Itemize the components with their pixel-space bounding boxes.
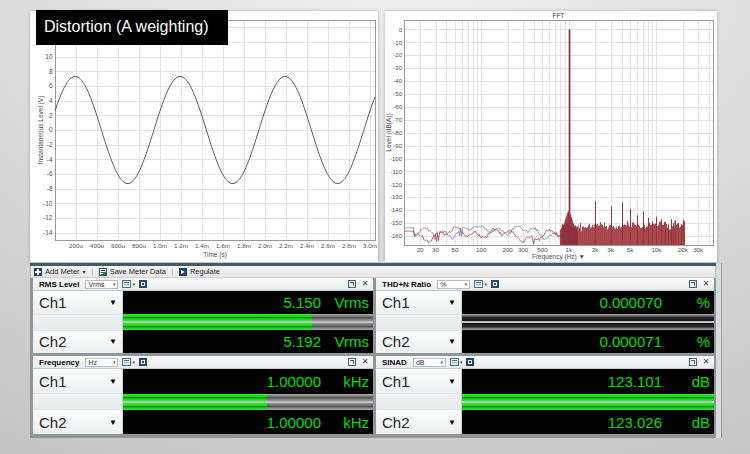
save-meter-data-label: Save Meter Data bbox=[110, 267, 166, 276]
svg-text:-2: -2 bbox=[47, 141, 53, 148]
copy-data-icon[interactable] bbox=[466, 358, 474, 366]
unit-dropdown[interactable]: % ▾ bbox=[437, 280, 470, 289]
svg-text:2.0m: 2.0m bbox=[258, 242, 272, 249]
meter-name: Frequency bbox=[39, 358, 79, 367]
svg-text:-100: -100 bbox=[390, 156, 403, 162]
meter-name: RMS Level bbox=[39, 280, 79, 289]
add-meter-label: Add Meter bbox=[45, 267, 80, 276]
channel-label-cell[interactable]: Ch2 ▼ bbox=[376, 410, 462, 434]
svg-text:Frequency (Hz) ▼: Frequency (Hz) ▼ bbox=[532, 253, 585, 261]
panel-splitter-strip[interactable] bbox=[716, 263, 722, 438]
channel-label-cell[interactable]: Ch2 ▼ bbox=[33, 331, 123, 354]
svg-text:-50: -50 bbox=[393, 91, 402, 97]
svg-text:30k: 30k bbox=[693, 246, 704, 253]
popout-icon[interactable] bbox=[348, 358, 356, 366]
channel-label-cell[interactable]: Ch1 ▼ bbox=[376, 369, 462, 393]
meter-settings-icon[interactable] bbox=[474, 280, 483, 288]
channel-unit: % bbox=[674, 333, 710, 350]
meter-settings-icon[interactable] bbox=[122, 280, 131, 288]
channel-dropdown-icon[interactable]: ▼ bbox=[448, 298, 456, 307]
channel-unit: dB bbox=[674, 373, 710, 390]
svg-text:30: 30 bbox=[432, 246, 439, 253]
chevron-down-icon[interactable]: ▾ bbox=[132, 281, 135, 287]
channel-dropdown-icon[interactable]: ▼ bbox=[448, 418, 456, 427]
close-icon[interactable]: ✕ bbox=[702, 280, 710, 288]
svg-text:FFT: FFT bbox=[553, 12, 565, 19]
meter-header: SINAD dB ▾ ▾ ✕ bbox=[376, 356, 714, 369]
channel-value: 1.00000 bbox=[123, 373, 321, 390]
channel-value: 1.00000 bbox=[123, 414, 321, 431]
close-icon[interactable]: ✕ bbox=[702, 358, 710, 366]
close-icon[interactable]: ✕ bbox=[361, 280, 369, 288]
channel-name: Ch1 bbox=[39, 373, 109, 390]
ch2-bar-track bbox=[123, 323, 373, 330]
svg-text:800u: 800u bbox=[132, 242, 146, 249]
channel-value: 123.101 bbox=[462, 373, 662, 390]
bar-meter bbox=[462, 393, 714, 410]
add-meter-dropdown-icon[interactable]: ▾ bbox=[83, 268, 86, 275]
channel-dropdown-icon[interactable]: ▼ bbox=[448, 337, 456, 346]
channel-label-cell[interactable]: Ch1 ▼ bbox=[33, 291, 123, 314]
channel-name: Ch1 bbox=[382, 294, 448, 311]
channel-dropdown-icon[interactable]: ▼ bbox=[109, 377, 117, 386]
meter-settings-icon[interactable] bbox=[450, 358, 459, 366]
meter-header: Frequency Hz ▾ ▾ ✕ bbox=[33, 356, 373, 369]
copy-data-icon[interactable] bbox=[139, 280, 147, 288]
chevron-down-icon[interactable]: ▾ bbox=[484, 281, 487, 287]
copy-data-icon[interactable] bbox=[491, 280, 499, 288]
svg-text:100: 100 bbox=[476, 246, 487, 253]
bar-label-spacer bbox=[376, 393, 462, 410]
ch1-bar-fill bbox=[123, 394, 267, 401]
meter-settings-icon[interactable] bbox=[122, 358, 131, 366]
add-meter-button[interactable]: Add Meter ▾ bbox=[31, 266, 89, 277]
popout-icon[interactable] bbox=[689, 280, 697, 288]
ch1-bar-track bbox=[123, 394, 373, 401]
svg-text:1.6m: 1.6m bbox=[216, 242, 230, 249]
meter-header: RMS Level Vrms ▾ ▾ ✕ bbox=[33, 278, 373, 291]
svg-text:Level (dB(A)): Level (dB(A)) bbox=[385, 113, 393, 151]
meter-body: Ch1 ▼ 1.00000 kHz bbox=[33, 369, 373, 434]
svg-text:Time (s): Time (s) bbox=[203, 251, 227, 259]
channel-label-cell[interactable]: Ch2 ▼ bbox=[33, 410, 123, 434]
popout-icon[interactable] bbox=[348, 280, 356, 288]
svg-text:1.2m: 1.2m bbox=[174, 242, 188, 249]
svg-text:1.0m: 1.0m bbox=[153, 242, 167, 249]
svg-text:400u: 400u bbox=[90, 242, 104, 249]
copy-data-icon[interactable] bbox=[139, 358, 147, 366]
channel-dropdown-icon[interactable]: ▼ bbox=[109, 337, 117, 346]
unit-dropdown[interactable]: Hz ▾ bbox=[85, 358, 118, 367]
meter-name: THD+N Ratio bbox=[382, 280, 431, 289]
channel-dropdown-icon[interactable]: ▼ bbox=[109, 418, 117, 427]
unit-dropdown[interactable]: Vrms ▾ bbox=[85, 280, 118, 289]
channel-label-cell[interactable]: Ch1 ▼ bbox=[33, 369, 123, 393]
svg-text:3.0m: 3.0m bbox=[363, 242, 377, 249]
save-meter-data-button[interactable]: Save Meter Data bbox=[96, 266, 169, 277]
channel-label-cell[interactable]: Ch2 ▼ bbox=[376, 331, 462, 354]
svg-text:2.4m: 2.4m bbox=[300, 242, 314, 249]
meter-panel-thdn-ratio: THD+N Ratio % ▾ ▾ ✕ Ch1 ▼ bbox=[376, 278, 714, 353]
svg-text:20k: 20k bbox=[678, 246, 689, 253]
regulate-icon bbox=[179, 268, 187, 276]
channel-name: Ch1 bbox=[39, 294, 109, 311]
channel-dropdown-icon[interactable]: ▼ bbox=[109, 298, 117, 307]
chevron-down-icon[interactable]: ▾ bbox=[132, 359, 135, 365]
unit-dropdown[interactable]: dB ▾ bbox=[413, 358, 446, 367]
channel-row: Ch1 ▼ 5.150 Vrms bbox=[33, 291, 373, 314]
svg-text:1.4m: 1.4m bbox=[195, 242, 209, 249]
bar-label-spacer bbox=[33, 393, 123, 410]
channel-row: Ch2 ▼ 1.00000 kHz bbox=[33, 410, 373, 434]
svg-text:10: 10 bbox=[45, 53, 53, 60]
channel-label-cell[interactable]: Ch1 ▼ bbox=[376, 291, 462, 314]
bar-meter bbox=[123, 393, 373, 410]
channel-row: Ch2 ▼ 0.000071 % bbox=[376, 331, 714, 354]
title-text: Distortion (A weighting) bbox=[44, 18, 209, 35]
svg-text:2.2m: 2.2m bbox=[279, 242, 293, 249]
chevron-down-icon[interactable]: ▾ bbox=[460, 359, 463, 365]
close-icon[interactable]: ✕ bbox=[361, 358, 369, 366]
popout-icon[interactable] bbox=[689, 358, 697, 366]
svg-text:-60: -60 bbox=[393, 104, 402, 110]
regulate-button[interactable]: Regulate bbox=[176, 266, 223, 277]
scope-plot: 200u400u600u800u1.0m1.2m1.4m1.6m1.8m2.0m… bbox=[30, 11, 378, 262]
channel-name: Ch2 bbox=[382, 333, 448, 350]
channel-dropdown-icon[interactable]: ▼ bbox=[448, 377, 456, 386]
